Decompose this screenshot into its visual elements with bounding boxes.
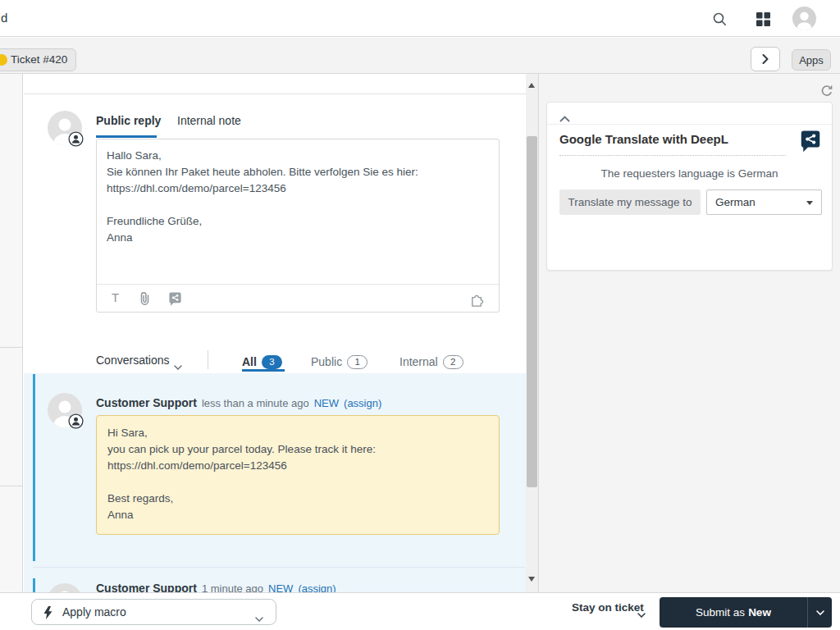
message-header: Customer Support less than a minute ago …: [96, 396, 381, 409]
translate-message-icon[interactable]: [167, 291, 183, 310]
language-selected-value: German: [715, 196, 756, 208]
message-author: Customer Support: [96, 396, 197, 409]
ticket-status-dot: [0, 54, 7, 66]
app-window: d Ticket #420 Apps Public reply Internal…: [0, 0, 840, 630]
conversations-dropdown[interactable]: Conversations: [96, 354, 170, 367]
next-ticket-button[interactable]: [751, 47, 780, 71]
end-user-badge-icon: [68, 131, 84, 147]
submit-button[interactable]: Submit as New: [660, 597, 807, 628]
assign-link[interactable]: (assign): [298, 582, 336, 592]
translate-app-card: Google Translate with DeepL The requeste…: [546, 102, 833, 271]
message-header: Customer Support 1 minute ago NEW (assig…: [96, 582, 336, 592]
editor-toolbar: T: [97, 284, 499, 312]
search-icon[interactable]: [711, 11, 728, 27]
tab-public-reply[interactable]: Public reply: [96, 114, 161, 127]
user-avatar[interactable]: [792, 7, 816, 30]
message-accent-stripe: [33, 374, 35, 561]
message-author: Customer Support: [96, 582, 197, 592]
vertical-divider: [208, 350, 208, 369]
message-timestamp: 1 minute ago: [202, 582, 263, 592]
reply-textarea[interactable]: Hallo Sara, Sie können Ihr Paket heute a…: [107, 148, 489, 279]
active-tab-underline: [96, 135, 157, 138]
chevron-right-icon: [762, 54, 769, 64]
message-divider: [33, 567, 525, 568]
attachment-icon[interactable]: [138, 291, 152, 309]
deepl-app-icon: [798, 129, 823, 157]
end-user-badge-icon: [68, 413, 84, 429]
tab-all-count-badge: 3: [262, 355, 282, 369]
left-collapsed-sidebar[interactable]: [0, 74, 23, 592]
tab-conversations-internal[interactable]: Internal 2: [399, 352, 463, 372]
conversation-list: Customer Support less than a minute ago …: [24, 373, 526, 592]
refresh-icon[interactable]: [820, 84, 833, 101]
submit-status: New: [748, 606, 771, 619]
assign-link[interactable]: (assign): [344, 397, 381, 409]
apps-button[interactable]: Apps: [792, 49, 831, 71]
apply-macro-combobox[interactable]: Apply macro: [31, 599, 276, 625]
ticket-tab-label: Ticket #420: [11, 53, 67, 66]
message-status-badge: NEW: [314, 397, 339, 409]
chevron-down-icon: [255, 610, 263, 625]
sidebar-divider: [0, 347, 23, 348]
submit-options-caret[interactable]: [808, 597, 832, 628]
ticket-footer-bar: Apply macro Stay on ticket Submit as New: [0, 592, 840, 630]
scroll-down-arrow[interactable]: [528, 577, 535, 582]
tab-internal-count-badge: 2: [443, 355, 463, 369]
tab-all-label: All: [242, 355, 257, 368]
active-tab-underline: [242, 369, 285, 372]
stay-on-ticket-dropdown[interactable]: Stay on ticket: [572, 601, 644, 614]
scroll-up-arrow[interactable]: [528, 83, 535, 88]
sidebar-divider: [0, 486, 23, 486]
translate-message-button[interactable]: Translate my message to: [559, 189, 701, 215]
top-header: d: [0, 0, 840, 37]
text-format-icon[interactable]: T: [112, 290, 119, 304]
message-note: Hi Sara, you can pick up your parcel tod…: [96, 415, 500, 535]
apps-puzzle-icon[interactable]: [469, 291, 486, 310]
language-select[interactable]: German: [706, 189, 822, 215]
tab-public-count-badge: 1: [347, 355, 368, 369]
reply-editor: Hallo Sara, Sie können Ihr Paket heute a…: [96, 139, 500, 313]
submit-button-group: Submit as New: [660, 597, 832, 628]
submit-prefix: Submit as: [696, 606, 745, 619]
tab-conversations-public[interactable]: Public 1: [311, 352, 368, 372]
message-accent-stripe: [33, 578, 35, 592]
content-divider: [24, 94, 526, 94]
message-status-badge: NEW: [268, 582, 293, 592]
message-timestamp: less than a minute ago: [202, 397, 309, 409]
card-divider: [547, 124, 832, 125]
app-title: Google Translate with DeepL: [559, 132, 786, 156]
tab-public-label: Public: [311, 355, 342, 368]
apply-macro-placeholder: Apply macro: [62, 605, 126, 619]
select-arrow-icon: [806, 201, 813, 205]
tab-internal-note[interactable]: Internal note: [177, 114, 241, 127]
tab-internal-label: Internal: [399, 355, 438, 368]
vertical-scrollbar[interactable]: [526, 74, 538, 592]
message-body: Hi Sara, you can pick up your parcel tod…: [107, 425, 488, 523]
requester-language-note: The requesters language is German: [547, 167, 832, 180]
ticket-tab-bar: [0, 38, 840, 74]
chevron-down-icon[interactable]: [637, 606, 646, 621]
chevron-down-icon[interactable]: [174, 358, 182, 373]
ticket-tab[interactable]: Ticket #420: [0, 48, 76, 71]
scrollbar-thumb[interactable]: [527, 136, 537, 487]
apps-grid-icon[interactable]: [755, 11, 771, 27]
message-avatar: [48, 583, 82, 592]
breadcrumb-fragment: d: [1, 11, 7, 25]
lightning-bolt-icon: [43, 606, 52, 623]
